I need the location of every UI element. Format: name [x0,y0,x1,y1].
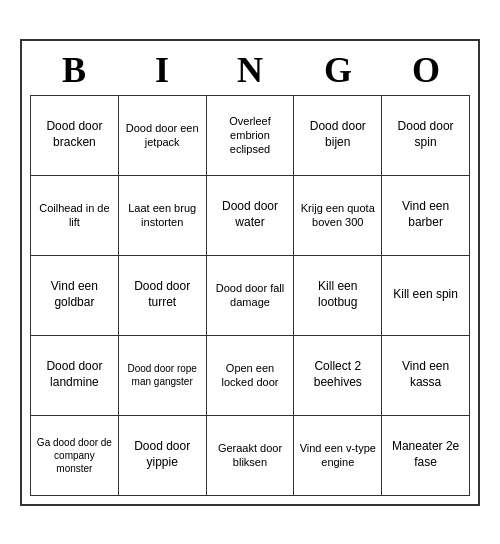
bingo-grid: Dood door brackenDood door een jetpackOv… [30,95,470,496]
bingo-cell-24: Maneater 2e fase [382,416,470,496]
bingo-header: B I N G O [30,49,470,91]
bingo-cell-2: Overleef embrion eclipsed [207,96,295,176]
header-n: N [206,49,294,91]
header-g: G [294,49,382,91]
bingo-cell-4: Dood door spin [382,96,470,176]
header-b: B [30,49,118,91]
bingo-cell-0: Dood door bracken [31,96,119,176]
bingo-card: B I N G O Dood door brackenDood door een… [20,39,480,506]
bingo-cell-21: Dood door yippie [119,416,207,496]
bingo-cell-7: Dood door water [207,176,295,256]
bingo-cell-5: Coilhead in de lift [31,176,119,256]
bingo-cell-22: Geraakt door bliksen [207,416,295,496]
bingo-cell-3: Dood door bijen [294,96,382,176]
bingo-cell-23: Vind een v-type engine [294,416,382,496]
bingo-cell-10: Vind een goldbar [31,256,119,336]
header-i: I [118,49,206,91]
bingo-cell-6: Laat een brug instorten [119,176,207,256]
bingo-cell-1: Dood door een jetpack [119,96,207,176]
bingo-cell-9: Vind een barber [382,176,470,256]
bingo-cell-17: Open een locked door [207,336,295,416]
bingo-cell-16: Dood door rope man gangster [119,336,207,416]
bingo-cell-19: Vind een kassa [382,336,470,416]
bingo-cell-12: Dood door fall damage [207,256,295,336]
bingo-cell-14: Kill een spin [382,256,470,336]
bingo-cell-18: Collect 2 beehives [294,336,382,416]
header-o: O [382,49,470,91]
bingo-cell-20: Ga dood door de company monster [31,416,119,496]
bingo-cell-13: Kill een lootbug [294,256,382,336]
bingo-cell-11: Dood door turret [119,256,207,336]
bingo-cell-8: Krijg een quota boven 300 [294,176,382,256]
bingo-cell-15: Dood door landmine [31,336,119,416]
